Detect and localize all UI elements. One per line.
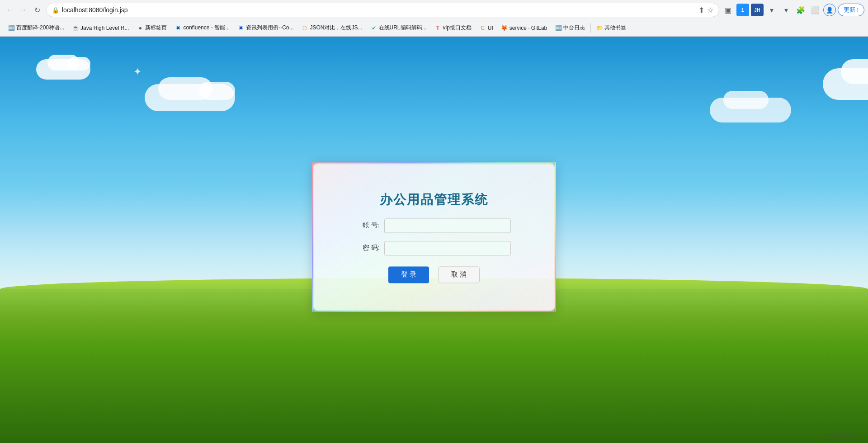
account-input[interactable]	[384, 218, 511, 233]
new-tab-icon: ●	[137, 25, 143, 31]
bookmark-zixun[interactable]: ✖ 资讯列表用例--Co...	[234, 22, 297, 33]
bookmarks-bar: 🔤 百度翻译-200种语... ☕ Java High Level R... ●…	[0, 20, 868, 36]
account-row: 帐 号:	[357, 218, 511, 233]
profile-outer[interactable]: 👤	[823, 4, 836, 16]
browser-chrome: ← → ↻ 🔒 ⬆ ☆ ▣ 1 JH ▾ ▾ 🧩 ⬜ 👤 更新 !	[0, 0, 868, 37]
bookmark-java-high-level[interactable]: ☕ Java High Level R...	[69, 23, 132, 33]
extensions-button[interactable]: 🧩	[794, 4, 807, 16]
another-arrow-button[interactable]: ▾	[780, 4, 793, 16]
json-icon: ⬡	[302, 25, 308, 31]
sparkle-decoration: ✦	[133, 66, 142, 78]
login-card-content: 办公用品管理系统 帐 号: 密 码: 登 录 取 消	[313, 163, 555, 311]
down-arrow-button[interactable]: ▾	[765, 4, 778, 16]
form-buttons: 登 录 取 消	[388, 266, 480, 283]
bookmark-confluence[interactable]: ✖ confluence - 智能...	[171, 22, 233, 33]
grass-background	[0, 289, 868, 443]
bookmark-log[interactable]: 🔤 中台日志	[552, 22, 589, 33]
checkmark-icon: ✔	[371, 25, 377, 31]
bookmark-baidu-translate[interactable]: 🔤 百度翻译-200种语...	[5, 22, 68, 33]
bookmark-divider	[590, 24, 591, 33]
profile-label-1: 1	[741, 7, 744, 13]
page-share-icon[interactable]: ⬆	[698, 6, 704, 14]
forward-button[interactable]: →	[17, 4, 30, 16]
bookmark-ui[interactable]: C UI	[476, 23, 497, 33]
ui-icon: C	[480, 25, 486, 31]
profile-inner: 👤	[825, 5, 835, 15]
lock-icon: 🔒	[52, 7, 59, 14]
sidebar-button[interactable]: ▣	[722, 4, 735, 16]
bookmark-page-icon[interactable]: ☆	[707, 6, 713, 14]
vip-icon: T	[435, 25, 441, 31]
account-label: 帐 号:	[357, 221, 380, 230]
bookmark-json[interactable]: ⬡ JSON对比，在线JS...	[298, 22, 366, 33]
gitlab-icon: 🦊	[501, 25, 508, 31]
login-card: 办公用品管理系统 帐 号: 密 码: 登 录 取 消	[312, 162, 556, 311]
login-button[interactable]: 登 录	[388, 266, 429, 283]
password-label: 密 码:	[357, 244, 380, 252]
toolbar-icons: ▣ 1 JH ▾ ▾ 🧩 ⬜ 👤 更新 !	[722, 4, 864, 16]
password-input[interactable]	[384, 241, 511, 255]
back-button[interactable]: ←	[4, 4, 16, 16]
password-row: 密 码:	[357, 241, 511, 255]
cancel-button[interactable]: 取 消	[438, 266, 480, 283]
baidu-translate-icon: 🔤	[8, 25, 14, 31]
browser-toolbar: ← → ↻ 🔒 ⬆ ☆ ▣ 1 JH ▾ ▾ 🧩 ⬜ 👤 更新 !	[0, 0, 868, 20]
java-icon: ☕	[72, 25, 79, 31]
folder-icon: 📁	[596, 25, 603, 31]
profile-square[interactable]: 1	[736, 4, 749, 16]
address-bar-container: 🔒 ⬆ ☆	[46, 3, 719, 17]
profile-jh[interactable]: JH	[751, 4, 764, 16]
reload-button[interactable]: ↻	[31, 4, 43, 16]
watermark: CSDN @全栈小T	[821, 432, 863, 440]
log-icon: 🔤	[555, 25, 561, 31]
login-title: 办公用品管理系统	[380, 191, 488, 208]
nav-buttons: ← → ↻	[4, 4, 43, 16]
bookmark-url-encode[interactable]: ✔ 在线URL编码解码...	[367, 22, 430, 33]
bookmark-others[interactable]: 📁 其他书签	[593, 22, 630, 33]
address-input[interactable]	[62, 6, 696, 14]
bookmark-vip-api[interactable]: T vip接口文档	[431, 22, 475, 33]
profile-jh-label: JH	[754, 8, 760, 13]
confluence-icon: ✖	[175, 25, 181, 31]
update-button[interactable]: 更新 !	[838, 4, 864, 16]
login-card-bg: 办公用品管理系统 帐 号: 密 码: 登 录 取 消	[312, 162, 556, 311]
bookmark-gitlab[interactable]: 🦊 service · GitLab	[498, 23, 551, 33]
sidebar-panel-button[interactable]: ⬜	[809, 4, 821, 16]
page-content: ✦ 办公用品管理系统 帐 号: 密 码: 登 录 取 消	[0, 37, 868, 443]
zixun-icon: ✖	[238, 25, 244, 31]
bookmark-new-tab[interactable]: ● 新标签页	[133, 22, 170, 33]
